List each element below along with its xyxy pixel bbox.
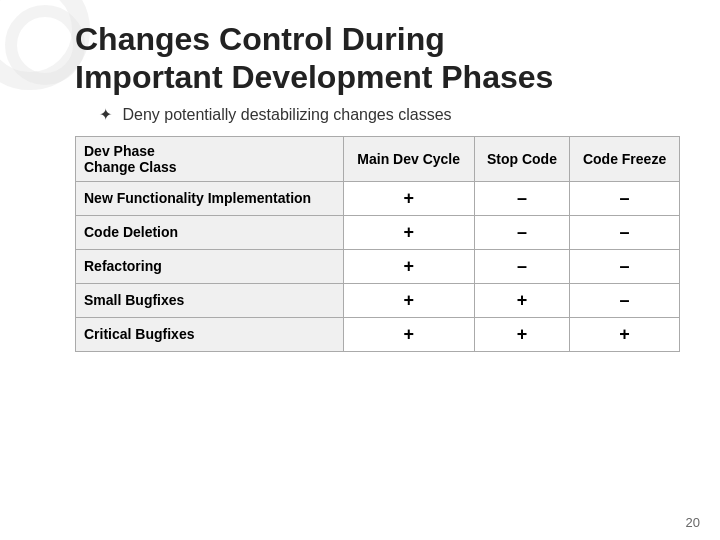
row-stop-code: –	[474, 215, 569, 249]
row-code-freeze: –	[570, 283, 680, 317]
table-header-row: Dev Phase Change Class Main Dev Cycle St…	[76, 136, 680, 181]
row-main-dev: +	[343, 317, 474, 351]
row-class-label: Code Deletion	[76, 215, 344, 249]
table-row: New Functionality Implementation + – –	[76, 181, 680, 215]
col-header-phase-class: Dev Phase Change Class	[76, 136, 344, 181]
row-class-label: Critical Bugfixes	[76, 317, 344, 351]
bullet-icon: ✦	[99, 105, 112, 124]
changes-table: Dev Phase Change Class Main Dev Cycle St…	[75, 136, 680, 352]
row-stop-code: –	[474, 249, 569, 283]
row-class-label: Small Bugfixes	[76, 283, 344, 317]
page-number: 20	[686, 515, 700, 530]
table-row: Code Deletion + – –	[76, 215, 680, 249]
row-code-freeze: –	[570, 181, 680, 215]
row-code-freeze: –	[570, 215, 680, 249]
page-title: Changes Control During Important Develop…	[75, 20, 680, 97]
subtitle: ✦ Deny potentially destabilizing changes…	[75, 105, 680, 124]
table-row: Refactoring + – –	[76, 249, 680, 283]
row-class-label: Refactoring	[76, 249, 344, 283]
row-code-freeze: –	[570, 249, 680, 283]
row-main-dev: +	[343, 181, 474, 215]
table-row: Small Bugfixes + + –	[76, 283, 680, 317]
row-main-dev: +	[343, 215, 474, 249]
col-header-stop-code: Stop Code	[474, 136, 569, 181]
row-class-label: New Functionality Implementation	[76, 181, 344, 215]
row-stop-code: –	[474, 181, 569, 215]
row-main-dev: +	[343, 249, 474, 283]
row-main-dev: +	[343, 283, 474, 317]
row-stop-code: +	[474, 283, 569, 317]
col-header-main-dev: Main Dev Cycle	[343, 136, 474, 181]
table-row: Critical Bugfixes + + +	[76, 317, 680, 351]
row-code-freeze: +	[570, 317, 680, 351]
col-header-code-freeze: Code Freeze	[570, 136, 680, 181]
main-content: Changes Control During Important Develop…	[0, 0, 720, 540]
row-stop-code: +	[474, 317, 569, 351]
